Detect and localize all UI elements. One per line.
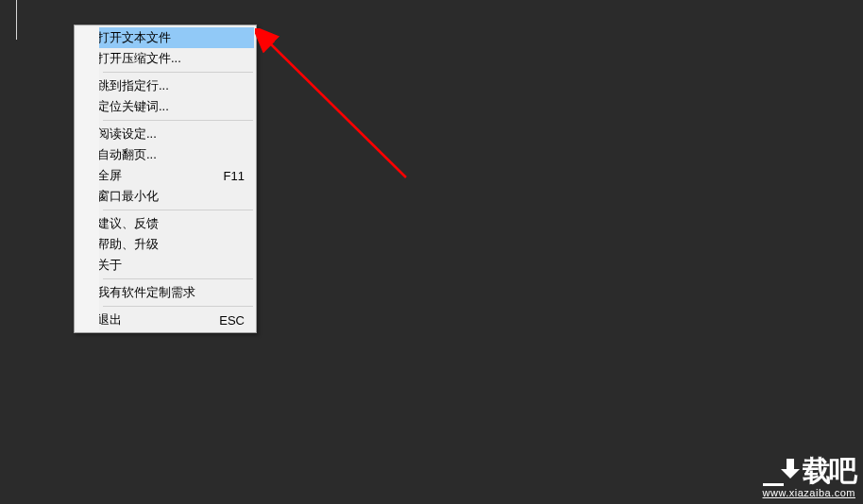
menu-item[interactable]: 退出ESC (76, 310, 254, 330)
menu-item-label: 窗口最小化 (97, 188, 214, 205)
menu-item-label: 关于 (97, 257, 214, 274)
download-icon-base (763, 483, 784, 486)
menu-separator (103, 72, 253, 73)
menu-item[interactable]: 跳到指定行... (76, 76, 254, 96)
menu-item-label: 建议、反馈 (97, 215, 214, 232)
watermark: 载吧 www.xiazaiba.com (763, 457, 855, 498)
menu-item[interactable]: 建议、反馈 (76, 213, 254, 234)
watermark-url: www.xiazaiba.com (763, 487, 855, 498)
menu-item[interactable]: 我有软件定制需求 (76, 282, 254, 303)
menu-separator (103, 210, 253, 210)
menu-item-label: 自动翻页... (97, 146, 214, 163)
menu-item-label: 跳到指定行... (97, 77, 214, 94)
menu-item[interactable]: 打开文本文件 (76, 27, 254, 48)
menu-item[interactable]: 关于 (76, 255, 254, 276)
menu-item-shortcut: ESC (214, 313, 248, 328)
watermark-logo-text: 载吧 (803, 457, 855, 485)
menu-item[interactable]: 帮助、升级 (76, 234, 254, 255)
menu-item-shortcut: F11 (214, 169, 248, 183)
menu-item-label: 帮助、升级 (97, 236, 214, 253)
menu-gutter (76, 27, 99, 330)
menu-item-label: 全屏 (97, 167, 214, 184)
menu-item[interactable]: 定位关键词... (76, 96, 254, 117)
menu-item[interactable]: ✓全屏F11 (76, 165, 254, 186)
menu-item-label: 定位关键词... (97, 98, 214, 115)
menu-item[interactable]: 自动翻页... (76, 144, 254, 165)
menu-separator (103, 306, 253, 307)
menu-separator (103, 120, 253, 121)
menu-item-label: 打开压缩文件... (97, 50, 214, 67)
menu-item-label: 我有软件定制需求 (97, 284, 214, 301)
menu-item-label: 打开文本文件 (97, 29, 214, 46)
annotation-arrow (255, 28, 425, 189)
menu-item[interactable]: 打开压缩文件... (76, 48, 254, 69)
watermark-logo: 载吧 (763, 457, 855, 485)
menu-item-label: 退出 (97, 311, 214, 328)
svg-line-1 (268, 42, 406, 177)
text-cursor (16, 0, 17, 40)
menu-item[interactable]: 阅读设定... (76, 124, 254, 144)
context-menu: 打开文本文件打开压缩文件...跳到指定行...定位关键词...阅读设定...自动… (74, 25, 257, 333)
menu-separator (103, 278, 253, 279)
menu-item[interactable]: 窗口最小化 (76, 186, 254, 207)
menu-item-label: 阅读设定... (97, 126, 214, 143)
download-icon (780, 459, 801, 483)
